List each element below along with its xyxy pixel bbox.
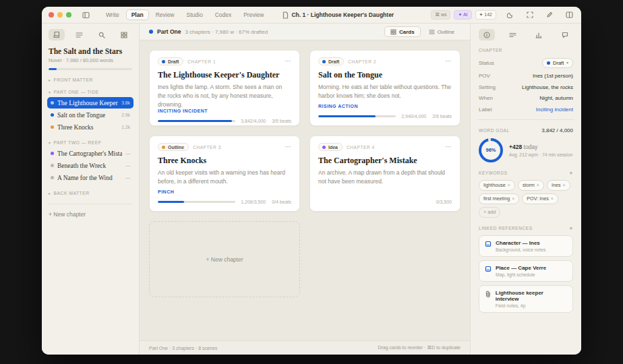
status-dropdown[interactable]: Draft ▾ xyxy=(542,58,573,68)
beat-label: INCITING INCIDENT xyxy=(158,109,291,113)
card-title: Three Knocks xyxy=(158,156,291,166)
card-word-count: 1,206/3,500 xyxy=(241,200,266,204)
cards-view-button[interactable]: Cards xyxy=(384,26,421,37)
close-window-button[interactable] xyxy=(49,12,54,18)
part-status-dot xyxy=(149,30,153,34)
tab-write[interactable]: Write xyxy=(100,9,125,20)
remove-keyword-icon[interactable]: × xyxy=(537,183,539,187)
gallery-grid-icon[interactable] xyxy=(116,29,132,40)
card-menu-icon[interactable]: ⋯ xyxy=(445,145,452,149)
reference-subtitle: Map, light schedule xyxy=(496,272,546,277)
field-value[interactable]: Lighthouse, the rocks xyxy=(522,84,573,90)
keyword-chip-storm[interactable]: storm × xyxy=(518,180,544,191)
ai-badge[interactable]: ✦ AI xyxy=(454,10,471,20)
new-chapter-card-button[interactable]: + New chapter xyxy=(149,221,300,297)
tree-item-lighthouse-keepers-daughter[interactable]: The Lighthouse Keeper's … 3.8k xyxy=(47,97,134,109)
tab-studio[interactable]: Studio xyxy=(181,9,208,20)
reference-keeper-interview[interactable]: Lighthouse keeper interview Field notes,… xyxy=(479,285,573,313)
collections-list-icon[interactable] xyxy=(71,29,87,40)
word-goal-percent: 96% xyxy=(485,147,496,153)
sidebar-new-chapter-button[interactable]: + New chapter xyxy=(49,204,132,218)
field-value-link[interactable]: Inciting incident xyxy=(536,107,573,113)
window-content: The Salt and the Stars Novel · 7,980 / 8… xyxy=(42,24,581,355)
tree-section-part-one[interactable]: ▾ PART ONE — TIDE xyxy=(49,90,132,94)
keyword-chip-ines[interactable]: Ines × xyxy=(547,180,570,191)
status-pill[interactable]: Draft xyxy=(158,57,183,65)
part-title: Part One xyxy=(157,28,181,35)
zoom-window-button[interactable] xyxy=(66,12,71,18)
tree-item-salt-on-the-tongue[interactable]: Salt on the Tongue 2.9k xyxy=(47,109,134,121)
remove-keyword-icon[interactable]: × xyxy=(551,196,554,201)
reference-place-cape-verre[interactable]: Place — Cape Verre Map, light schedule xyxy=(479,260,573,282)
chapter-number: CHAPTER 2 xyxy=(348,59,376,64)
add-keyword-button[interactable]: + xyxy=(569,170,573,177)
card-progress-bar xyxy=(318,115,396,117)
cards-view-label: Cards xyxy=(399,29,415,35)
chapter-word-count: 1.2k xyxy=(121,125,130,129)
paperclip-icon xyxy=(485,291,492,298)
chevron-down-icon: ▾ xyxy=(49,140,51,145)
field-value[interactable]: Night, autumn xyxy=(539,95,573,101)
part-header: Part One 3 chapters · 7,980 w · 67% draf… xyxy=(140,24,470,40)
document-icon xyxy=(283,11,289,19)
add-reference-button[interactable]: + xyxy=(569,225,573,232)
tree-section-label: PART ONE — TIDE xyxy=(54,90,99,94)
tree-item-three-knocks[interactable]: Three Knocks 1.2k xyxy=(47,121,134,133)
field-setting: Setting Lighthouse, the rocks xyxy=(479,84,573,90)
add-keyword-chip[interactable]: + add xyxy=(479,207,500,218)
workspace-badge[interactable]: ⌘ ws xyxy=(431,10,451,20)
field-value[interactable]: Ines (1st person) xyxy=(533,73,573,79)
comments-bubble-icon[interactable] xyxy=(557,29,573,40)
tree-item-cartographers-mistake[interactable]: The Cartographer's Mistake — xyxy=(47,148,134,159)
status-pill[interactable]: Outline xyxy=(158,143,189,151)
split-view-columns-icon[interactable] xyxy=(564,9,574,20)
status-pill[interactable]: Idea xyxy=(318,143,343,151)
card-menu-icon[interactable]: ⋯ xyxy=(445,59,452,63)
card-menu-icon[interactable]: ⋯ xyxy=(285,145,291,149)
tree-item-a-name-for-the-wind[interactable]: A Name for the Wind — xyxy=(47,172,134,183)
reference-character-ines[interactable]: Character — Ines Background, voice notes xyxy=(479,235,573,257)
reference-title: Lighthouse keeper interview xyxy=(496,290,567,302)
chapter-card-1[interactable]: Draft CHAPTER 1 ⋯ The Lighthouse Keeper'… xyxy=(149,50,300,126)
quick-edit-pencil-icon[interactable] xyxy=(544,9,555,20)
chapter-label: The Cartographer's Mistake xyxy=(57,150,122,157)
statusbar-hint: Drag cards to reorder · ⌘D to duplicate xyxy=(378,345,461,351)
tab-review[interactable]: Review xyxy=(150,9,180,20)
minimize-window-button[interactable] xyxy=(57,12,63,18)
notes-list-icon[interactable] xyxy=(505,29,521,40)
info-icon[interactable] xyxy=(479,29,495,40)
status-pill[interactable]: Draft xyxy=(318,57,344,65)
tree-section-part-two[interactable]: ▾ PART TWO — REEF xyxy=(49,140,132,145)
streak-count-badge[interactable]: ✦ 142 xyxy=(475,10,497,20)
tab-preview[interactable]: Preview xyxy=(238,9,269,20)
remove-keyword-icon[interactable]: × xyxy=(512,196,514,201)
remove-keyword-icon[interactable]: × xyxy=(508,183,510,187)
book-word-count: Novel · 7,980 / 80,000 words xyxy=(49,57,132,63)
chevron-down-icon: ▾ xyxy=(566,61,568,65)
binder-book-icon[interactable] xyxy=(49,29,65,40)
tab-plan[interactable]: Plan xyxy=(126,9,149,20)
card-title: Salt on the Tongue xyxy=(318,70,452,80)
word-goal-ring: 96% xyxy=(479,138,503,162)
outline-view-button[interactable]: Outline xyxy=(423,26,461,37)
tab-codex[interactable]: Codex xyxy=(210,9,237,20)
words-today: +428 today xyxy=(509,144,572,150)
card-menu-icon[interactable]: ⋯ xyxy=(285,59,291,63)
chapter-card-4[interactable]: Idea CHAPTER 4 ⋯ The Cartographer's Mist… xyxy=(309,135,461,212)
keyword-chip-first-meeting[interactable]: first meeting × xyxy=(479,193,519,204)
chapter-card-2[interactable]: Draft CHAPTER 2 ⋯ Salt on the Tongue Mor… xyxy=(309,50,461,126)
stats-bar-chart-icon[interactable] xyxy=(531,29,547,40)
keyword-chip-pov-ines[interactable]: POV: Ines × xyxy=(522,193,558,204)
search-icon[interactable] xyxy=(94,29,110,40)
focus-mode-icon[interactable] xyxy=(525,9,535,20)
keyword-chip-lighthouse[interactable]: lighthouse × xyxy=(479,180,515,191)
field-label: POV xyxy=(479,73,490,79)
tree-item-beneath-the-wreck[interactable]: Beneath the Wreck — xyxy=(47,160,134,171)
remove-keyword-icon[interactable]: × xyxy=(563,183,566,187)
chapter-card-3[interactable]: Outline CHAPTER 3 ⋯ Three Knocks An old … xyxy=(149,135,300,212)
status-dot xyxy=(51,125,54,129)
tree-section-back-matter[interactable]: ▸ BACK MATTER xyxy=(49,191,132,195)
tree-section-front-matter[interactable]: ▸ FRONT MATTER xyxy=(49,78,132,82)
dark-mode-moon-icon[interactable] xyxy=(505,9,516,20)
sidebar-toggle-icon[interactable] xyxy=(80,9,91,20)
